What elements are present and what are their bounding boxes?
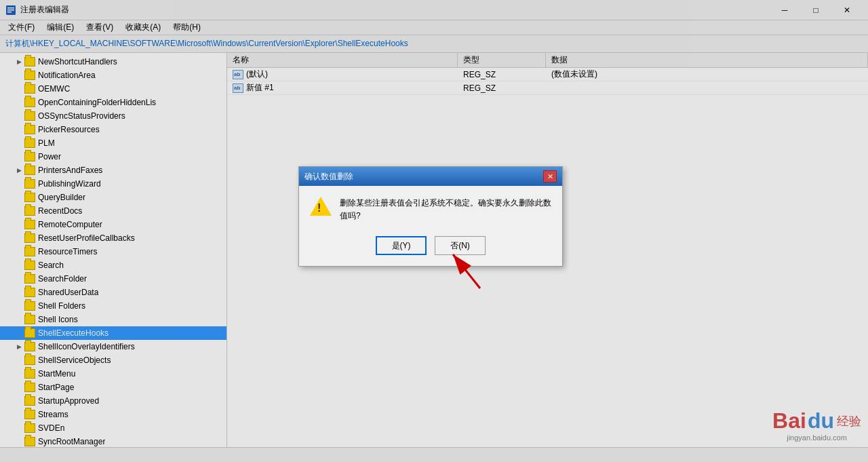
warning-triangle (310, 197, 332, 216)
warning-icon (310, 197, 332, 218)
dialog-close-button[interactable]: ✕ (543, 170, 557, 182)
dialog-overlay: 确认数值删除 ✕ 删除某些注册表值会引起系统不稳定。确实要永久删除此数值吗? 是… (0, 0, 868, 462)
dialog-message: 删除某些注册表值会引起系统不稳定。确实要永久删除此数值吗? (310, 197, 551, 223)
dialog-yes-button[interactable]: 是(Y) (376, 236, 427, 255)
dialog-title: 确认数值删除 (304, 171, 353, 182)
dialog-buttons: 是(Y) 否(N) (310, 236, 551, 255)
confirm-dialog: 确认数值删除 ✕ 删除某些注册表值会引起系统不稳定。确实要永久删除此数值吗? 是… (298, 166, 563, 267)
dialog-title-bar: 确认数值删除 ✕ (299, 167, 562, 186)
dialog-no-button[interactable]: 否(N) (435, 236, 486, 255)
dialog-warning-text: 删除某些注册表值会引起系统不稳定。确实要永久删除此数值吗? (340, 197, 551, 223)
dialog-body: 删除某些注册表值会引起系统不稳定。确实要永久删除此数值吗? 是(Y) 否(N) (299, 186, 562, 266)
